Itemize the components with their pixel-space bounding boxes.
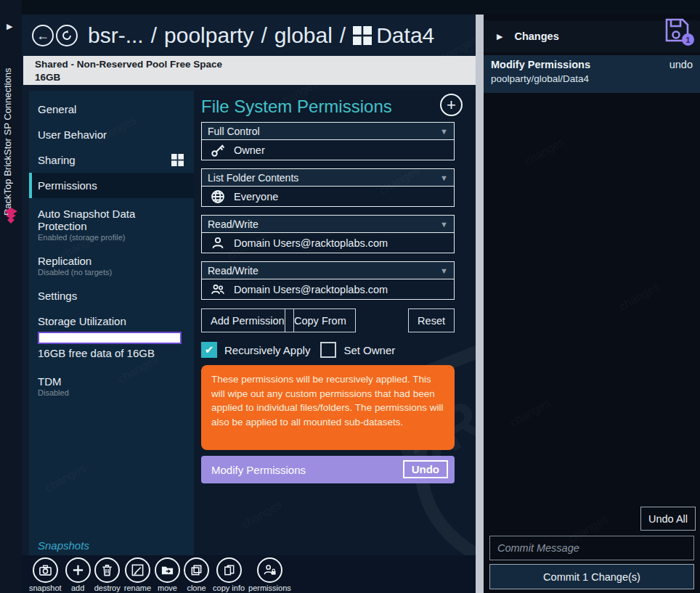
recursively-apply-checkbox[interactable]: ✔	[201, 342, 217, 358]
permission-level-value: List Folder Contents	[208, 172, 298, 184]
sidebar-item-replication[interactable]: Replication Disabled (no targets)	[29, 248, 194, 283]
sidebar-item-label: Replication	[38, 255, 91, 267]
recursively-apply-label: Recursively Apply	[224, 344, 310, 356]
permission-principal-row[interactable]: Owner	[201, 140, 455, 160]
storage-progress-bar	[38, 332, 182, 344]
undo-all-button[interactable]: Undo All	[640, 507, 696, 531]
expand-changes-icon[interactable]: ▶	[497, 32, 502, 41]
sidebar-item-storage-utilization[interactable]: Storage Utilization 16GB free data of 16…	[29, 308, 194, 366]
toolbar-item-clone[interactable]: clone	[184, 557, 209, 592]
toolbar-label: clone	[187, 584, 205, 592]
breadcrumb-pool[interactable]: poolparty	[164, 23, 253, 48]
permission-principal-row[interactable]: Domain Users@racktoplabs.com	[201, 279, 455, 300]
permission-card: Read/Write ▼ Domain Users@racktoplabs.co…	[201, 261, 455, 300]
user-lock-icon	[263, 563, 277, 577]
back-button[interactable]: ←	[32, 25, 54, 46]
scrollbar[interactable]	[476, 15, 484, 593]
undo-button[interactable]: Undo	[403, 460, 448, 478]
pending-change-label: Modify Permissions	[211, 464, 306, 476]
changes-title: Changes	[514, 30, 558, 42]
reset-button[interactable]: Reset	[408, 308, 455, 332]
refresh-icon	[61, 30, 73, 41]
dataset-toolbar: snapshot add destroy rename move	[22, 555, 476, 593]
breadcrumb-root[interactable]: bsr-...	[88, 23, 144, 48]
breadcrumb-scope[interactable]: global	[274, 23, 333, 48]
add-permission-button[interactable]: Add Permission	[201, 308, 294, 332]
connections-strip: ▶ RackTop BrickStor SP Connections	[0, 0, 22, 593]
dataset-window: ← bsr-... / poolparty / global / Data4	[22, 15, 476, 593]
toolbar-item-rename[interactable]: rename	[124, 557, 151, 592]
change-undo-link[interactable]: undo	[670, 59, 693, 70]
chevron-down-icon: ▼	[440, 127, 448, 136]
breadcrumb: ← bsr-... / poolparty / global / Data4	[22, 15, 476, 56]
toolbar-item-permissions[interactable]: permissions	[248, 557, 291, 592]
permission-card: Read/Write ▼ Domain Users@racktoplabs.co…	[201, 215, 455, 253]
windows-icon	[171, 154, 184, 166]
sidebar-item-settings[interactable]: Settings	[29, 283, 194, 308]
chevron-down-icon: ▼	[440, 266, 448, 275]
windows-share-icon	[353, 26, 372, 45]
toolbar-label: copy info	[213, 584, 245, 592]
permission-level-select[interactable]: Read/Write ▼	[201, 261, 455, 279]
permission-level-value: Read/Write	[208, 265, 259, 277]
recursive-warning-box: These permissions will be recursively ap…	[201, 365, 455, 450]
group-icon	[211, 282, 227, 297]
set-owner-label: Set Owner	[343, 344, 395, 356]
share-banner-type: Shared - Non-Reserved Pool Free Space	[35, 58, 476, 71]
checkmark-icon: ✔	[205, 343, 214, 356]
refresh-button[interactable]	[56, 25, 78, 46]
change-item[interactable]: Modify Permissions undo poolparty/global…	[484, 55, 700, 93]
toolbar-label: add	[71, 584, 84, 592]
change-count-badge: 1	[682, 33, 694, 46]
toolbar-item-add[interactable]: add	[65, 557, 91, 592]
commit-button[interactable]: Commit 1 Change(s)	[489, 564, 694, 589]
set-owner-checkbox[interactable]	[320, 342, 336, 358]
sidebar-item-tdm[interactable]: TDM Disabled	[29, 369, 194, 404]
copy-from-button[interactable]: Copy From	[285, 308, 356, 332]
toolbar-label: destroy	[94, 584, 121, 592]
sidebar-item-permissions[interactable]: Permissions	[29, 173, 194, 198]
sidebar-item-label: User Behavior	[38, 128, 107, 141]
back-icon: ←	[36, 29, 49, 42]
sidebar-item-auto-snapshot[interactable]: Auto Snapshot Data Protection Enabled (s…	[29, 201, 194, 248]
permission-level-value: Read/Write	[208, 218, 259, 230]
toolbar-label: move	[158, 584, 177, 592]
permission-card: List Folder Contents ▼ Everyone	[201, 168, 455, 207]
add-permission-icon-button[interactable]: +	[440, 94, 463, 116]
storage-free-text: 16GB free data of 16GB	[38, 347, 185, 359]
permission-level-select[interactable]: List Folder Contents ▼	[201, 168, 455, 187]
permission-level-select[interactable]: Full Control ▼	[201, 122, 455, 140]
edit-icon	[131, 563, 145, 577]
sidebar-item-subtext: Disabled (no targets)	[38, 268, 185, 277]
permission-principal-row[interactable]: Domain Users@racktoplabs.com	[201, 233, 455, 253]
toolbar-item-destroy[interactable]: destroy	[94, 557, 121, 592]
toolbar-label: permissions	[248, 584, 291, 592]
save-changes-button[interactable]: 1	[662, 17, 691, 44]
sidebar-item-general[interactable]: General	[29, 97, 194, 122]
toolbar-item-move[interactable]: move	[155, 557, 180, 592]
sidebar-item-sharing[interactable]: Sharing	[29, 147, 194, 173]
permission-principal-row[interactable]: Everyone	[201, 187, 455, 207]
snapshots-link[interactable]: Snapshots	[38, 539, 89, 552]
trash-icon	[100, 563, 114, 577]
folder-move-icon	[160, 563, 174, 577]
commit-message-input[interactable]	[489, 536, 694, 560]
permission-level-select[interactable]: Read/Write ▼	[201, 215, 455, 233]
connections-label[interactable]: RackTop BrickStor SP Connections	[2, 38, 20, 216]
sidebar-item-label: Storage Utilization	[38, 315, 126, 327]
sidebar-item-user-behavior[interactable]: User Behavior	[29, 122, 194, 147]
toolbar-item-copy-info[interactable]: copy info	[213, 557, 245, 592]
clone-icon	[190, 563, 203, 577]
warning-text: These permissions will be recursively ap…	[211, 374, 443, 428]
permission-card: Full Control ▼ Owner	[201, 122, 455, 160]
toolbar-label: snapshot	[29, 584, 62, 592]
racktop-logo-icon	[3, 208, 19, 226]
permission-actions: Add Permission Copy From Reset	[201, 308, 455, 332]
camera-icon	[38, 563, 52, 577]
toolbar-item-snapshot[interactable]: snapshot	[29, 557, 62, 592]
expand-connections-icon[interactable]: ▶	[7, 22, 12, 31]
permissions-panel: BRICKSTOR File System Permissions + Full…	[194, 91, 476, 555]
principal-name: Domain Users@racktoplabs.com	[234, 237, 388, 249]
principal-name: Everyone	[234, 191, 278, 203]
chevron-down-icon: ▼	[440, 220, 448, 229]
